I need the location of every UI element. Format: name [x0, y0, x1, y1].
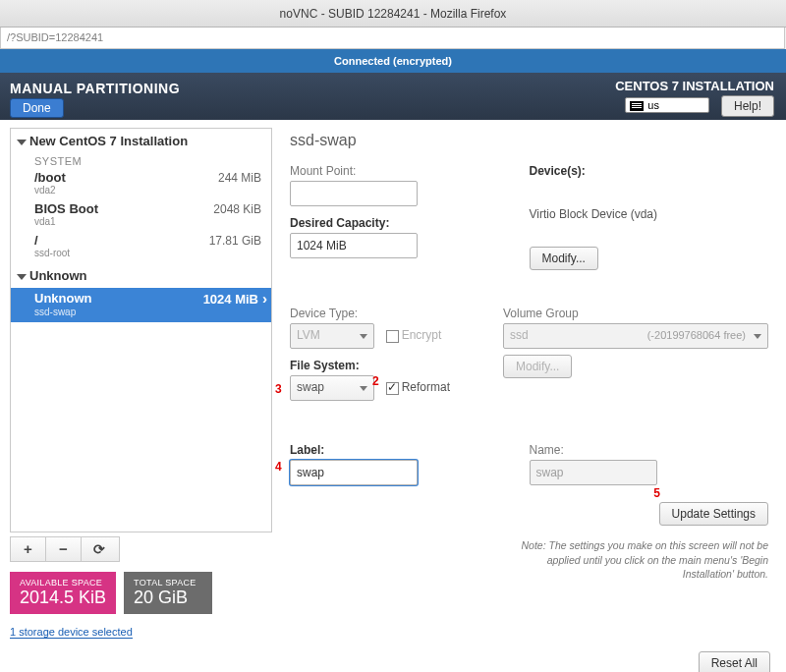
mount-point-label: Mount Point:	[290, 164, 530, 178]
encrypt-checkbox: Encrypt	[386, 328, 442, 342]
name-label: Name:	[530, 443, 769, 457]
mount-item-biosboot[interactable]: BIOS Boot2048 KiB vda1	[11, 200, 271, 232]
done-button[interactable]: Done	[10, 98, 64, 118]
system-label: SYSTEM	[11, 153, 271, 169]
space-summary: AVAILABLE SPACE 2014.5 KiB TOTAL SPACE 2…	[10, 572, 272, 614]
devices-label: Device(s):	[530, 164, 769, 178]
partition-tree[interactable]: New CentOS 7 Installation SYSTEM /boot24…	[10, 128, 272, 532]
url-bar[interactable]: /?SUBID=12284241	[0, 28, 785, 49]
chevron-down-icon	[360, 334, 367, 339]
settings-note: Note: The settings you make on this scre…	[513, 538, 768, 581]
reformat-checkbox[interactable]: Reformat	[386, 380, 450, 394]
name-input	[530, 460, 657, 485]
keyboard-layout-selector[interactable]: us	[625, 97, 709, 113]
mount-point-input[interactable]	[290, 181, 418, 206]
volume-group-label: Volume Group	[503, 307, 768, 320]
total-space-box: TOTAL SPACE 20 GiB	[124, 572, 212, 614]
chevron-down-icon	[754, 334, 761, 339]
available-space-box: AVAILABLE SPACE 2014.5 KiB	[10, 572, 116, 614]
annotation-2: 2	[372, 374, 379, 388]
chevron-right-icon: ›	[262, 290, 267, 307]
help-button[interactable]: Help!	[721, 95, 774, 117]
reload-button[interactable]: ⟳	[82, 537, 117, 561]
group-unknown[interactable]: 1 Unknown	[11, 263, 271, 288]
group-new-install[interactable]: New CentOS 7 Installation	[11, 129, 271, 153]
remove-partition-button[interactable]: −	[46, 537, 82, 561]
storage-devices-link[interactable]: 1 storage device selected	[10, 626, 272, 638]
mount-item-boot[interactable]: /boot244 MiB vda2	[11, 169, 271, 200]
desired-capacity-label: Desired Capacity:	[290, 216, 530, 230]
partition-detail: ssd-swap Mount Point: Desired Capacity: …	[272, 120, 786, 645]
filesystem-label: File System:	[290, 359, 503, 372]
desired-capacity-input[interactable]	[290, 233, 418, 258]
detail-title: ssd-swap	[290, 132, 768, 149]
filesystem-select[interactable]: swap	[290, 375, 374, 401]
annotation-3: 3	[275, 382, 282, 396]
mount-item-swap-selected[interactable]: Unknown1024 MiB› ssd-swap	[11, 288, 271, 322]
modify-device-button[interactable]: Modify...	[530, 247, 598, 270]
device-name: Virtio Block Device (vda)	[530, 207, 769, 221]
volume-group-select: ssd (-20199768064 free)	[503, 323, 768, 349]
device-type-select: LVM	[290, 323, 374, 349]
caret-down-icon	[17, 140, 27, 145]
update-settings-button[interactable]: Update Settings	[659, 502, 768, 526]
annotation-4: 4	[275, 460, 282, 474]
partition-sidebar: New CentOS 7 Installation SYSTEM /boot24…	[0, 120, 272, 645]
installer-header: MANUAL PARTITIONING Done CENTOS 7 INSTAL…	[0, 73, 786, 120]
device-type-label: Device Type:	[290, 307, 503, 320]
caret-down-icon	[17, 274, 27, 280]
window-titlebar: noVNC - SUBID 12284241 - Mozilla Firefox	[0, 0, 786, 28]
reset-all-button[interactable]: Reset All	[699, 651, 770, 672]
chevron-down-icon	[360, 386, 367, 391]
vnc-status-bar: Connected (encrypted)	[0, 49, 786, 73]
add-partition-button[interactable]: +	[11, 537, 46, 561]
keyboard-icon	[630, 101, 644, 111]
install-title: CENTOS 7 INSTALLATION	[615, 79, 774, 93]
modify-vg-button: Modify...	[503, 355, 572, 378]
label-input[interactable]	[290, 460, 418, 485]
mount-item-root[interactable]: /17.81 GiB ssd-root	[11, 232, 271, 263]
label-label: Label:	[290, 443, 530, 457]
annotation-5: 5	[653, 486, 660, 500]
partition-toolbar: + − ⟳	[10, 536, 120, 562]
